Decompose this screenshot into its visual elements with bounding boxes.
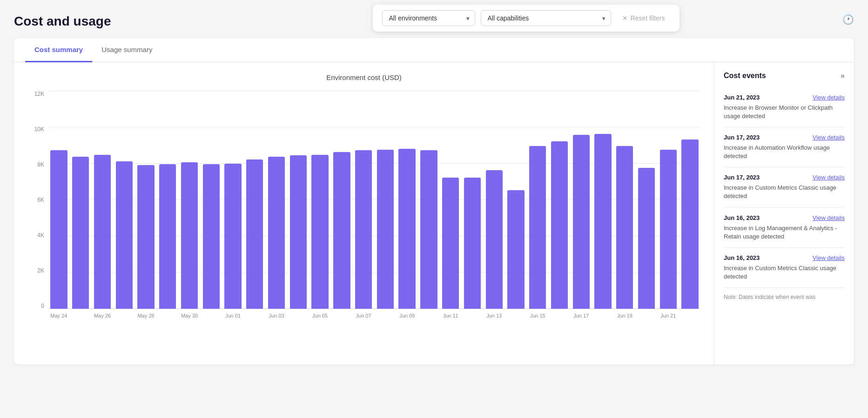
x-axis-label: May 26 [93,313,113,318]
environments-filter[interactable]: All environments [382,10,475,26]
event-view-details-link[interactable]: View details [813,134,845,141]
bar [638,168,655,309]
event-header: Jun 16, 2023View details [724,254,845,261]
x-axis-label: Jun 05 [310,313,330,318]
bar-wrapper[interactable] [354,91,374,309]
bar [268,157,285,308]
bar [464,178,481,308]
event-date: Jun 16, 2023 [724,214,760,221]
x-axis-label: Jun 19 [615,313,635,318]
event-item: Jun 21, 2023View detailsIncrease in Brow… [724,87,845,127]
tab-usage-summary[interactable]: Usage summary [92,38,161,62]
content-area: Environment cost (USD) 02K4K6K8K10K12K M… [14,62,854,365]
y-axis-label: 4K [28,232,44,239]
close-icon: ✕ [622,14,628,22]
history-icon-button[interactable]: 🕐 [842,14,854,25]
filters-container: All environments All capabilities ✕ Rese… [373,5,680,32]
bar-wrapper[interactable] [158,91,178,309]
bar [355,150,372,308]
bar-wrapper[interactable] [375,91,395,309]
bar [203,164,220,309]
bar [594,134,611,308]
bar-wrapper[interactable] [441,91,461,309]
bar-wrapper[interactable] [550,91,570,309]
bar [529,146,546,309]
y-axis-label: 6K [28,197,44,203]
bar-wrapper[interactable] [506,91,526,309]
reset-filters-button[interactable]: ✕ Reset filters [617,11,671,26]
bar-wrapper[interactable] [528,91,548,309]
bar-wrapper[interactable] [201,91,221,309]
bar-wrapper[interactable] [615,91,635,309]
bar-wrapper[interactable] [637,91,657,309]
event-item: Jun 17, 2023View detailsIncrease in Cust… [724,167,845,207]
x-axis-label: Jun 07 [354,313,374,318]
event-view-details-link[interactable]: View details [813,254,845,261]
bar-wrapper[interactable] [245,91,265,309]
y-axis-label: 12K [28,91,44,97]
x-axis-label: Jun 11 [441,313,461,318]
bar [681,139,698,308]
y-axis-label: 10K [28,126,44,133]
bar-wrapper[interactable] [463,91,483,309]
event-view-details-link[interactable]: View details [813,174,845,181]
bar-wrapper[interactable] [136,91,156,309]
bar-wrapper[interactable] [71,91,91,309]
page-container: Cost and usage 🕐 Cost summary Usage summ… [0,5,868,374]
event-date: Jun 16, 2023 [724,254,760,261]
tab-cost-summary[interactable]: Cost summary [25,38,92,62]
bar-wrapper[interactable] [180,91,200,309]
bar-wrapper[interactable] [310,91,330,309]
event-view-details-link[interactable]: View details [813,94,845,101]
bar-wrapper[interactable] [571,91,591,309]
bar [224,164,241,308]
bar [72,157,89,308]
event-view-details-link[interactable]: View details [813,214,845,221]
bar-wrapper[interactable] [658,91,678,309]
capabilities-filter[interactable]: All capabilities [481,10,611,26]
event-item: Jun 16, 2023View detailsIncrease in Cust… [724,248,845,288]
event-description: Increase in Custom Metrics Classic usage… [724,264,845,281]
x-axis-label: Jun 03 [267,313,287,318]
x-axis-label: Jun 21 [658,313,678,318]
event-date: Jun 21, 2023 [724,94,760,101]
bar [181,162,198,309]
bar-wrapper[interactable] [49,91,69,309]
bar-wrapper[interactable] [593,91,613,309]
sidebar-title: Cost events [724,72,766,80]
bar-wrapper[interactable] [288,91,308,309]
bar-wrapper[interactable] [419,91,439,309]
bar [551,141,568,309]
event-date: Jun 17, 2023 [724,174,760,181]
bar-wrapper[interactable] [114,91,134,309]
x-axis-label: Jun 09 [397,313,417,318]
event-description: Increase in Log Management & Analytics -… [724,224,845,241]
chart-title: Environment cost (USD) [28,73,700,81]
bar-wrapper[interactable] [397,91,417,309]
bar [377,150,394,309]
x-axis-label: Jun 17 [571,313,591,318]
event-date: Jun 17, 2023 [724,134,760,141]
event-description: Increase in Browser Monitor or Clickpath… [724,104,845,120]
bar [420,150,437,308]
bar-wrapper[interactable] [680,91,700,309]
x-labels: May 24May 25May 26May 27May 28May 29May … [49,309,700,318]
chart-section: Environment cost (USD) 02K4K6K8K10K12K M… [14,62,714,365]
bar-wrapper[interactable] [332,91,352,309]
x-axis-label: May 24 [49,313,69,318]
bar [660,150,677,309]
sidebar: Cost events » Jun 21, 2023View detailsIn… [714,62,854,365]
capabilities-filter-wrapper: All capabilities [481,10,611,26]
bar-wrapper[interactable] [267,91,287,309]
expand-icon[interactable]: » [841,72,845,80]
bar [442,178,459,308]
event-header: Jun 16, 2023View details [724,214,845,221]
bar-wrapper[interactable] [484,91,504,309]
bar [573,135,590,308]
event-item: Jun 17, 2023View detailsIncrease in Auto… [724,127,845,167]
bar [333,152,350,308]
bar [311,155,328,308]
bar-wrapper[interactable] [93,91,113,309]
bar-wrapper[interactable] [223,91,243,309]
bar [616,146,633,309]
